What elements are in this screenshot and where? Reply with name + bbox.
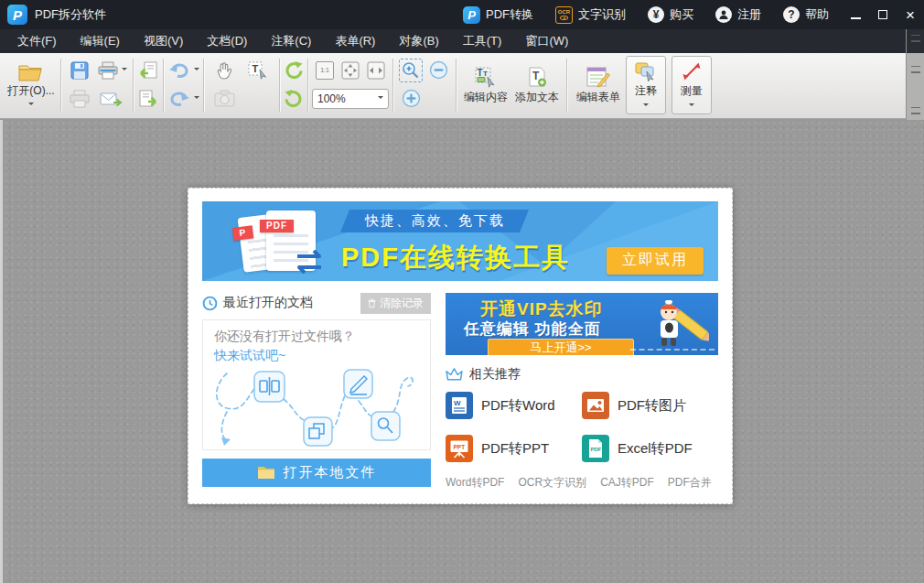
actual-size-button[interactable]: 1:1 [316,61,334,80]
vip-subtitle: 任意编辑 功能全面 [464,318,601,340]
menu-document[interactable]: 文档(D) [195,29,259,53]
yuan-icon: ¥ [648,6,664,23]
undo-dropdown-caret[interactable] [194,68,199,73]
try-now-button[interactable]: 立即试用 [607,247,704,275]
maximize-button[interactable] [869,0,897,29]
online-convert-banner[interactable]: P PDF 快捷、高效、免下载 PDF在线转换工具 立即试用 [202,201,718,281]
quick-print-button[interactable] [69,90,91,108]
save-button[interactable] [70,60,90,81]
folder-icon [257,466,275,480]
strip-toggle-icon[interactable] [911,107,920,114]
redo-button[interactable] [167,90,199,108]
app-logo-icon: P [7,5,27,25]
send-email-button[interactable] [100,90,124,108]
marquee-zoom-button[interactable] [399,59,423,82]
edit-form-button[interactable]: 编辑表单 [571,56,626,114]
page-forward-icon [137,89,159,109]
fit-page-button[interactable] [340,60,360,81]
previous-view-button[interactable] [137,60,159,81]
edit-content-icon: T T [474,66,498,88]
swap-arrows-icon [290,250,328,274]
menu-view[interactable]: 视图(V) [132,29,195,53]
save-icon [70,60,90,81]
menu-file[interactable]: 文件(F) [5,29,69,53]
recommend-pdf-to-image[interactable]: PDF转图片 [582,392,718,419]
svg-text:T: T [483,70,488,78]
add-text-button[interactable]: T 添加文本 [511,56,563,114]
document-workspace: P PDF 快捷、高效、免下载 PDF在线转换工具 立即试用 [0,120,924,583]
strip-toggle-icon[interactable] [911,66,920,73]
link-word-to-pdf[interactable]: Word转PDF [446,475,504,491]
strip-toggle-icon[interactable] [911,35,920,42]
titlebar-action-buy[interactable]: ¥ 购买 [639,0,703,29]
minimize-button[interactable] [842,0,869,29]
print-dropdown-caret[interactable] [122,68,127,73]
recommend-excel-to-pdf[interactable]: PDF Excel转PDF [582,435,718,462]
excel-to-pdf-icon: PDF [582,435,609,462]
open-folder-icon [17,62,45,82]
redo-dropdown-caret[interactable] [194,96,199,102]
clear-history-button[interactable]: 清除记录 [360,293,431,314]
recommend-pdf-to-ppt[interactable]: PPT PDF转PPT [446,435,582,462]
recommend-pdf-to-word[interactable]: W PDF转Word [446,392,582,419]
next-view-button[interactable] [137,89,159,109]
menu-form[interactable]: 表单(R) [323,29,387,53]
measure-icon [681,61,703,81]
measure-dropdown-caret[interactable] [689,103,694,109]
page-back-icon [137,60,159,81]
hand-tool-button[interactable] [214,60,234,81]
close-button[interactable]: × [897,0,924,29]
empty-state-line2: 快来试试吧~ [214,348,419,364]
copy-doodle-icon [304,417,332,446]
link-ocr[interactable]: OCR文字识别 [518,475,586,491]
zoom-in-icon [402,89,421,108]
menu-window[interactable]: 窗口(W) [513,29,580,53]
annotate-button[interactable]: 注释 [626,56,666,114]
select-text-icon: T [247,60,269,81]
menu-object[interactable]: 对象(B) [387,29,450,53]
link-caj-to-pdf[interactable]: CAJ转PDF [600,475,654,491]
titlebar-action-register[interactable]: 注册 [706,0,770,29]
edit-content-button[interactable]: T T 编辑内容 [460,56,511,114]
zoom-out-button[interactable] [429,60,448,80]
link-pdf-merge[interactable]: PDF合并 [668,475,712,491]
pdf-convert-icon: P [463,6,480,24]
annotate-dropdown-caret[interactable] [643,103,649,109]
banner-tagline-ribbon: 快捷、高效、免下载 [340,210,529,232]
vip-activate-button[interactable]: 马上开通>> [488,339,634,355]
banner-title: PDF在线转换工具 [341,240,570,276]
empty-state-line1: 你还没有打开过文件哦？ [214,329,419,345]
snapshot-button[interactable] [214,90,235,107]
svg-text:PDF: PDF [591,447,602,452]
vip-promo-banner[interactable]: 开通VIP去水印 任意编辑 功能全面 马上开通>> [446,293,718,355]
rotate-cw-button[interactable] [284,89,304,109]
menubar: 文件(F) 编辑(E) 视图(V) 文档(D) 注释(C) 表单(R) 对象(B… [0,29,924,53]
svg-text:W: W [454,399,461,407]
rotate-ccw-button[interactable] [284,60,304,81]
zoom-in-button[interactable] [402,89,421,108]
titlebar-action-pdf-convert[interactable]: P PDF转换 [454,0,543,29]
svg-text:T: T [252,63,259,74]
svg-text:PPT: PPT [454,444,466,450]
toolbar-overflow-strip[interactable] [906,29,924,120]
open-file-button[interactable]: 打开(O)... [5,56,57,114]
redo-icon [167,90,191,108]
rotate-cw-icon [284,89,304,109]
window-title: PDF拆分软件 [35,6,106,23]
measure-button[interactable]: 测量 [672,56,712,114]
quick-print-icon [69,90,91,108]
pdf-to-ppt-icon: PPT [446,435,473,462]
fit-width-button[interactable] [366,60,386,81]
undo-button[interactable] [167,61,199,80]
open-local-file-button[interactable]: 打开本地文件 [202,459,431,487]
camera-icon [214,90,235,107]
menu-annotate[interactable]: 注释(C) [259,29,323,53]
titlebar-action-ocr[interactable]: OCR 文字识别 [546,0,635,29]
zoom-level-select[interactable]: 100% [312,89,389,109]
open-dropdown-caret[interactable] [28,103,34,108]
titlebar-action-help[interactable]: ? 帮助 [774,0,838,29]
menu-edit[interactable]: 编辑(E) [69,29,132,53]
print-setup-button[interactable] [97,61,127,80]
select-text-tool-button[interactable]: T [247,60,269,81]
menu-tools[interactable]: 工具(T) [451,29,514,53]
